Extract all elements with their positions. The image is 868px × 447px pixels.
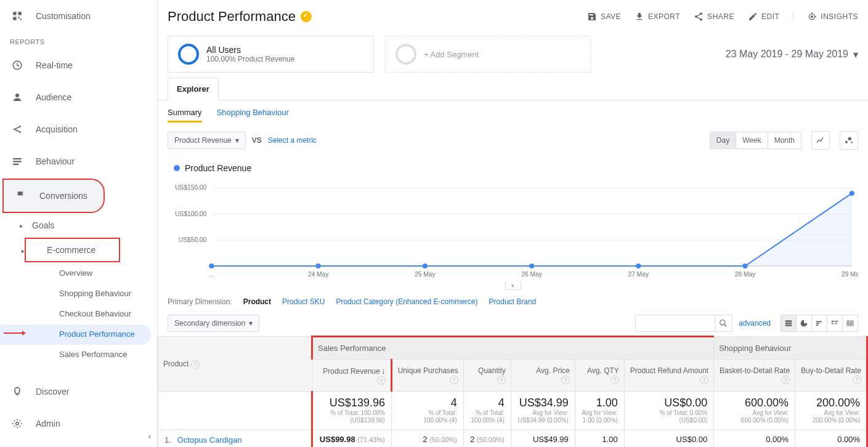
help-icon[interactable]: ? — [377, 376, 386, 385]
sidebar-leaf-overview[interactable]: Overview — [0, 264, 157, 284]
segment-all-users[interactable]: All Users 100.00% Product Revenue — [168, 36, 374, 73]
sidebar-label: Discover — [36, 387, 69, 397]
sidebar-item-acquisition[interactable]: Acquisition — [0, 113, 157, 145]
col-unique[interactable]: Unique Purchases? — [391, 360, 463, 392]
sidebar-label: E-commerce — [47, 245, 95, 255]
flag-icon — [14, 188, 28, 203]
granularity-week[interactable]: Week — [736, 132, 768, 149]
help-icon[interactable]: ? — [781, 376, 790, 384]
topbar: Product Performance SAVE EXPORT SHARE ED… — [158, 0, 868, 31]
search-button[interactable] — [715, 315, 732, 332]
svg-rect-3 — [18, 17, 20, 18]
save-button[interactable]: SAVE — [587, 12, 621, 22]
table-totals-row: US$139.96% of Total: 100.00%(US$139.96)4… — [158, 392, 867, 430]
edit-button[interactable]: EDIT — [748, 12, 779, 22]
sidebar-sub-ecommerce[interactable]: E-commerce — [25, 238, 120, 262]
svg-rect-1 — [18, 12, 22, 15]
dimension-brand[interactable]: Product Brand — [489, 297, 537, 306]
share-button[interactable]: SHARE — [694, 12, 734, 22]
product-link[interactable]: Octopus Cardigan — [177, 435, 242, 445]
add-segment-button[interactable]: + Add Segment — [385, 36, 591, 73]
view-pie-button[interactable] — [796, 315, 812, 332]
col-basket[interactable]: Basket-to-Detail Rate? — [714, 360, 795, 392]
help-icon[interactable]: ? — [700, 376, 708, 384]
sidebar-item-discover[interactable]: Discover — [0, 376, 157, 408]
table-cell: US$99.98 (71.43%) — [312, 430, 392, 448]
total-avgprice: US$34.99Avg for View:US$34.99 (0.00%) — [511, 392, 575, 430]
vs-label: VS — [252, 136, 262, 145]
svg-point-22 — [848, 137, 851, 140]
select-metric-link[interactable]: Select a metric — [268, 136, 317, 145]
svg-text:26 May: 26 May — [521, 271, 542, 278]
chart-type-line-button[interactable] — [811, 131, 830, 150]
help-icon[interactable]: ? — [191, 360, 200, 369]
svg-rect-2 — [13, 17, 16, 20]
subtab-shopping-behaviour[interactable]: Shopping Behaviour — [217, 108, 289, 123]
svg-text:25 May: 25 May — [415, 271, 436, 278]
col-avgqty[interactable]: Avg. QTY? — [575, 360, 624, 392]
search-input[interactable] — [635, 315, 715, 332]
chart-area: Product Revenue US$50.00US$100.00US$150.… — [158, 155, 868, 290]
sidebar-item-admin[interactable]: Admin — [0, 408, 157, 440]
dimension-label: Primary Dimension: — [168, 297, 232, 306]
col-label: Product — [163, 360, 189, 368]
chart-type-motion-button[interactable] — [840, 131, 858, 150]
svg-text:24 May: 24 May — [308, 271, 329, 278]
advanced-link[interactable]: advanced — [739, 319, 771, 328]
svg-rect-51 — [832, 323, 834, 324]
help-icon[interactable]: ? — [610, 376, 619, 384]
sidebar-item-audience[interactable]: Audience — [0, 81, 157, 113]
svg-point-7 — [14, 129, 15, 131]
col-buy[interactable]: Buy-to-Detail Rate? — [795, 360, 867, 392]
sidebar-label: Audience — [36, 92, 71, 102]
granularity-month[interactable]: Month — [768, 132, 801, 149]
action-label: INSIGHTS — [821, 12, 858, 21]
sidebar-leaf-checkout-behaviour[interactable]: Checkout Behaviour — [0, 304, 157, 324]
col-refund[interactable]: Product Refund Amount? — [624, 360, 713, 392]
chart-resize-handle[interactable]: ▾ — [505, 281, 521, 290]
dimension-product[interactable]: Product — [243, 297, 271, 306]
col-product[interactable]: Product? — [158, 337, 312, 392]
dropdown-label: Product Revenue — [174, 136, 232, 145]
help-icon[interactable]: ? — [561, 376, 570, 384]
collapse-sidebar-button[interactable]: ‹ — [148, 432, 151, 441]
help-icon[interactable]: ? — [853, 376, 861, 384]
sidebar-item-conversions[interactable]: Conversions — [2, 179, 105, 213]
sidebar-item-behaviour[interactable]: Behaviour — [0, 145, 157, 177]
svg-text:28 May: 28 May — [735, 271, 756, 278]
svg-point-45 — [720, 320, 725, 325]
list-icon — [10, 154, 25, 169]
sidebar-leaf-product-performance[interactable]: Product Performance — [0, 324, 151, 345]
svg-rect-57 — [853, 320, 853, 326]
tab-explorer[interactable]: Explorer — [168, 78, 219, 100]
sidebar-item-realtime[interactable]: Real-time — [0, 49, 157, 81]
date-range-picker[interactable]: 23 May 2019 - 29 May 2019 ▾ — [726, 49, 858, 60]
segment-title: All Users — [206, 45, 294, 55]
help-icon[interactable]: ? — [450, 376, 458, 384]
dimension-sku[interactable]: Product SKU — [282, 297, 325, 306]
bulb-icon — [10, 384, 25, 399]
svg-point-15 — [16, 422, 19, 425]
sidebar-leaf-shopping-behaviour[interactable]: Shopping Behaviour — [0, 284, 157, 304]
subtab-summary[interactable]: Summary — [168, 108, 202, 123]
granularity-day[interactable]: Day — [710, 132, 736, 149]
sidebar-sub-goals[interactable]: Goals — [0, 214, 157, 236]
col-avgprice[interactable]: Avg. Price? — [511, 360, 575, 392]
insights-button[interactable]: INSIGHTS — [807, 12, 858, 22]
col-revenue[interactable]: Product Revenue↓? — [312, 360, 392, 392]
export-button[interactable]: EXPORT — [635, 12, 680, 22]
svg-point-32 — [316, 264, 321, 268]
svg-point-36 — [742, 264, 747, 268]
metric-dropdown[interactable]: Product Revenue ▾ — [168, 132, 246, 149]
person-icon — [10, 90, 25, 105]
view-pivot-button[interactable] — [842, 315, 858, 332]
sidebar-leaf-sales-performance[interactable]: Sales Performance — [0, 345, 157, 365]
view-table-button[interactable] — [781, 315, 797, 332]
sidebar-item-customisation[interactable]: Customisation — [0, 0, 157, 32]
col-qty[interactable]: Quantity? — [463, 360, 511, 392]
dimension-category[interactable]: Product Category (Enhanced E-commerce) — [336, 297, 477, 306]
secondary-dimension-dropdown[interactable]: Secondary dimension ▾ — [168, 315, 259, 332]
help-icon[interactable]: ? — [497, 376, 506, 384]
view-comparison-button[interactable] — [827, 315, 843, 332]
view-bar-button[interactable] — [811, 315, 827, 332]
